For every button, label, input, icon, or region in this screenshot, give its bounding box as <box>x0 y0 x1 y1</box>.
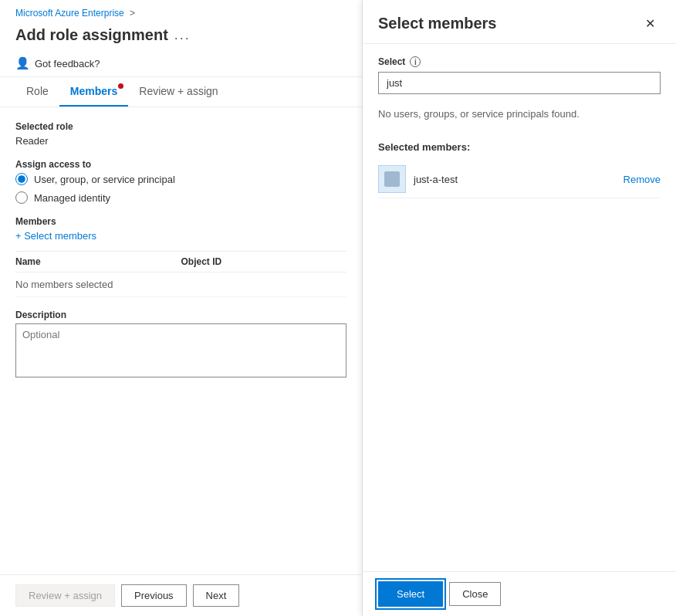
select-button[interactable]: Select <box>378 581 443 607</box>
members-empty-row: No members selected <box>15 272 346 297</box>
feedback-label[interactable]: Got feedback? <box>35 58 100 69</box>
selected-members-label: Selected members: <box>378 141 661 153</box>
review-assign-button[interactable]: Review + assign <box>15 584 115 607</box>
no-results-message: No users, groups, or service principals … <box>378 102 661 126</box>
select-label-row: Select i <box>378 56 661 67</box>
search-input[interactable] <box>378 72 661 94</box>
side-panel-title: Select members <box>378 15 496 32</box>
feedback-row: 👤 Got feedback? <box>0 52 362 76</box>
breadcrumb[interactable]: Microsoft Azure Enterprise > <box>0 0 362 22</box>
selected-role-label: Selected role <box>15 121 346 132</box>
tab-members[interactable]: Members <box>59 77 128 107</box>
radio-managed-identity: Managed identity <box>15 191 346 204</box>
breadcrumb-separator: > <box>130 8 135 19</box>
member-avatar <box>378 165 406 193</box>
selected-role-value: Reader <box>15 135 346 147</box>
description-textarea[interactable] <box>15 323 346 377</box>
select-members-link[interactable]: + Select members <box>15 230 346 242</box>
selected-members-section: Selected members: just-a-test Remove <box>378 141 661 198</box>
side-panel-header: Select members ✕ <box>363 0 676 44</box>
description-section: Description <box>15 310 346 380</box>
radio-user-group-label: User, group, or service principal <box>34 174 175 185</box>
main-panel: Microsoft Azure Enterprise > Add role as… <box>0 0 363 616</box>
page-title: Add role assignment <box>15 26 168 44</box>
members-table-header: Name Object ID <box>15 252 346 272</box>
member-avatar-inner <box>384 171 400 187</box>
tab-review[interactable]: Review + assign <box>128 77 228 107</box>
breadcrumb-item[interactable]: Microsoft Azure Enterprise <box>15 8 124 19</box>
members-label: Members <box>15 216 346 227</box>
tab-members-dot <box>118 83 123 89</box>
page-title-row: Add role assignment ... <box>0 22 362 52</box>
content-area: Selected role Reader Assign access to Us… <box>0 107 362 574</box>
member-name: just-a-test <box>414 174 616 185</box>
tabs-row: Role Members Review + assign <box>0 77 362 107</box>
description-label: Description <box>15 310 346 320</box>
page-title-menu[interactable]: ... <box>174 27 191 43</box>
radio-managed-identity-label: Managed identity <box>34 192 110 204</box>
col-objectid-header: Object ID <box>181 256 347 267</box>
member-remove-link[interactable]: Remove <box>624 174 661 185</box>
assign-access-label: Assign access to <box>15 159 346 170</box>
assign-access-section: Assign access to User, group, or service… <box>15 159 346 204</box>
members-table: Name Object ID No members selected <box>15 251 346 297</box>
close-button[interactable]: Close <box>449 582 501 606</box>
select-field-label: Select <box>378 56 405 67</box>
radio-user-group: User, group, or service principal <box>15 173 346 185</box>
footer-bar: Review + assign Previous Next <box>0 574 362 616</box>
col-name-header: Name <box>15 256 181 267</box>
side-panel-content: Select i No users, groups, or service pr… <box>363 44 676 571</box>
radio-user-group-input[interactable] <box>15 173 28 185</box>
feedback-icon: 👤 <box>15 56 30 70</box>
side-panel: Select members ✕ Select i No users, grou… <box>363 0 676 616</box>
members-section: Members + Select members Name Object ID … <box>15 216 346 297</box>
next-button[interactable]: Next <box>193 584 240 607</box>
side-panel-close-x[interactable]: ✕ <box>639 12 661 34</box>
radio-managed-identity-input[interactable] <box>15 191 28 204</box>
side-panel-footer: Select Close <box>363 571 676 616</box>
previous-button[interactable]: Previous <box>121 584 187 607</box>
member-item: just-a-test Remove <box>378 161 661 198</box>
info-icon[interactable]: i <box>410 56 421 67</box>
tab-role[interactable]: Role <box>15 77 59 107</box>
